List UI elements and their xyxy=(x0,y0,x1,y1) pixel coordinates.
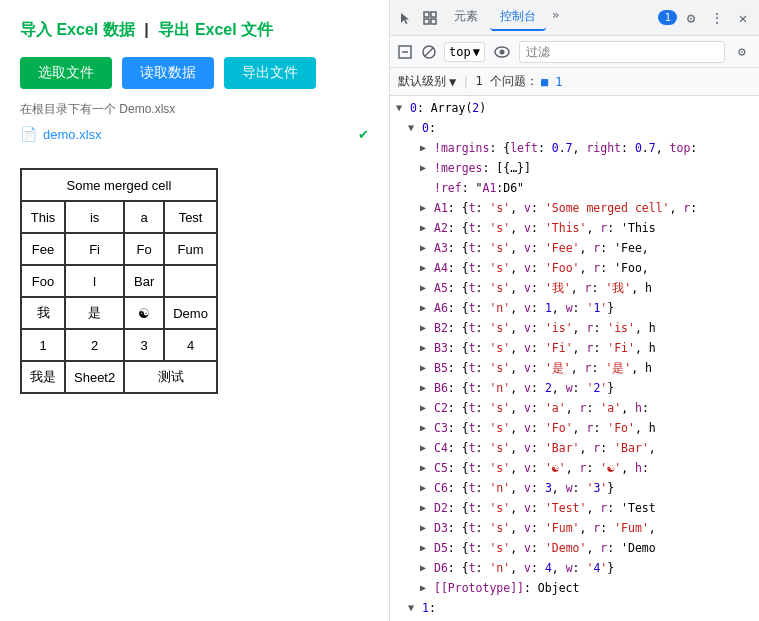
console-text: !merges: [{…}] xyxy=(434,161,531,175)
check-icon: ✔ xyxy=(358,127,369,142)
devtools-topbar: 元素 控制台 » 1 ⚙ ⋮ ✕ xyxy=(390,0,759,36)
console-text: C6: {t: 'n', v: 3, w: '3'} xyxy=(434,481,614,495)
console-text: A2: {t: 's', v: 'This', r: 'This xyxy=(434,221,656,235)
export-file-button[interactable]: 导出文件 xyxy=(224,57,316,89)
table-row: Foo I Bar xyxy=(21,265,217,297)
log-level-label: 默认级别 xyxy=(398,73,446,90)
toggle-arrow[interactable]: ▶ xyxy=(420,219,426,237)
console-line: ▶A3: {t: 's', v: 'Fee', r: 'Fee, xyxy=(390,238,759,258)
console-line: ▶!merges: [{…}] xyxy=(390,158,759,178)
more-icon[interactable]: ⋮ xyxy=(707,8,727,28)
console-line: ▶B5: {t: 's', v: '是', r: '是', h xyxy=(390,358,759,378)
svg-line-7 xyxy=(425,47,434,56)
toggle-arrow[interactable]: ▶ xyxy=(420,539,426,557)
table-row: 1 2 3 4 xyxy=(21,329,217,361)
console-line: ▶!margins: {left: 0.7, right: 0.7, top: xyxy=(390,138,759,158)
read-data-button[interactable]: 读取数据 xyxy=(122,57,214,89)
devtools-console[interactable]: ▼0: Array(2)▼0:▶!margins: {left: 0.7, ri… xyxy=(390,96,759,621)
settings-icon[interactable]: ⚙ xyxy=(681,8,701,28)
table-cell: Sheet2 xyxy=(65,361,124,393)
console-line: ▶[[Prototype]]: Object xyxy=(390,578,759,598)
console-line: ▶A6: {t: 'n', v: 1, w: '1'} xyxy=(390,298,759,318)
console-line: ▶D6: {t: 'n', v: 4, w: '4'} xyxy=(390,558,759,578)
toggle-arrow[interactable]: ▶ xyxy=(420,319,426,337)
inspect-icon[interactable] xyxy=(420,8,440,28)
toggle-arrow[interactable]: ▼ xyxy=(396,99,402,117)
table-row: 我是 Sheet2 测试 xyxy=(21,361,217,393)
table-cell xyxy=(164,265,217,297)
table-cell: Some merged cell xyxy=(21,169,217,201)
table-cell: 3 xyxy=(124,329,164,361)
issues-badge: 1 xyxy=(658,10,677,25)
table-cell: Fi xyxy=(65,233,124,265)
toggle-arrow[interactable]: ▶ xyxy=(420,379,426,397)
back-icon[interactable] xyxy=(396,43,414,61)
toggle-arrow[interactable]: ▶ xyxy=(420,339,426,357)
table-cell: ☯ xyxy=(124,297,164,329)
table-cell: Fo xyxy=(124,233,164,265)
close-icon[interactable]: ✕ xyxy=(733,8,753,28)
issues-count-badge: ■ 1 xyxy=(541,75,563,89)
toggle-arrow[interactable]: ▶ xyxy=(420,439,426,457)
console-text: B6: {t: 'n', v: 2, w: '2'} xyxy=(434,381,614,395)
tab-console[interactable]: 控制台 xyxy=(490,4,546,31)
top-selector[interactable]: top ▼ xyxy=(444,42,485,62)
toggle-arrow[interactable]: ▶ xyxy=(420,359,426,377)
svg-rect-2 xyxy=(424,19,429,24)
table-cell: Fum xyxy=(164,233,217,265)
devtools-toolbar3: 默认级别 ▼ | 1 个问题： ■ 1 xyxy=(390,68,759,96)
toggle-arrow[interactable]: ▶ xyxy=(420,559,426,577)
import-link[interactable]: 导入 Excel 数据 xyxy=(20,21,135,38)
eye-icon[interactable] xyxy=(491,41,513,63)
file-item: 📄 demo.xlsx ✔ xyxy=(20,126,369,142)
toggle-arrow[interactable]: ▼ xyxy=(408,599,414,617)
page-header: 导入 Excel 数据 | 导出 Excel 文件 xyxy=(20,20,369,41)
console-line: ▶C5: {t: 's', v: '☯', r: '☯', h: xyxy=(390,458,759,478)
devtools-toolbar2: top ▼ ⚙ xyxy=(390,36,759,68)
table-cell: Test xyxy=(164,201,217,233)
file-hint: 在根目录下有一个 Demo.xlsx xyxy=(20,101,369,118)
toggle-arrow[interactable]: ▶ xyxy=(420,479,426,497)
console-line: ▶A2: {t: 's', v: 'This', r: 'This xyxy=(390,218,759,238)
toggle-arrow[interactable]: ▶ xyxy=(420,519,426,537)
toggle-arrow[interactable]: ▶ xyxy=(420,419,426,437)
console-line: ▶A1: {t: 's', v: 'Some merged cell', r: xyxy=(390,198,759,218)
console-line: ▼0: xyxy=(390,118,759,138)
toggle-arrow[interactable]: ▶ xyxy=(420,279,426,297)
console-text: !margins: {left: 0.7, right: 0.7, top: xyxy=(434,141,697,155)
export-link[interactable]: 导出 Excel 文件 xyxy=(158,21,273,38)
table-row: Fee Fi Fo Fum xyxy=(21,233,217,265)
toggle-arrow[interactable]: ▶ xyxy=(420,459,426,477)
table-cell: This xyxy=(21,201,65,233)
devtools-action-icons: ⚙ ⋮ ✕ xyxy=(681,8,753,28)
filter-gear-icon[interactable]: ⚙ xyxy=(731,41,753,63)
svg-rect-1 xyxy=(431,12,436,17)
toggle-arrow[interactable]: ▼ xyxy=(408,119,414,137)
toggle-arrow[interactable]: ▶ xyxy=(420,159,426,177)
console-text: 0: xyxy=(422,121,436,135)
block-icon[interactable] xyxy=(420,43,438,61)
console-text: B5: {t: 's', v: '是', r: '是', h xyxy=(434,361,652,375)
toggle-arrow[interactable]: ▶ xyxy=(420,239,426,257)
toggle-arrow[interactable]: ▶ xyxy=(420,199,426,217)
log-level-arrow: ▼ xyxy=(449,75,456,89)
tab-more[interactable]: » xyxy=(548,4,563,31)
log-level-selector[interactable]: 默认级别 ▼ xyxy=(398,73,456,90)
cursor-icon[interactable] xyxy=(396,8,416,28)
tab-elements[interactable]: 元素 xyxy=(444,4,488,31)
toggle-arrow[interactable]: ▶ xyxy=(420,399,426,417)
devtools-panel: 元素 控制台 » 1 ⚙ ⋮ ✕ top ▼ ⚙ 默认级别 ▼ xyxy=(390,0,759,621)
toggle-arrow[interactable]: ▶ xyxy=(420,579,426,597)
console-line: !ref: "A1:D6" xyxy=(390,178,759,198)
toggle-arrow[interactable]: ▶ xyxy=(420,299,426,317)
svg-rect-3 xyxy=(431,19,436,24)
toggle-arrow[interactable]: ▶ xyxy=(420,259,426,277)
devtools-tabs: 元素 控制台 » xyxy=(444,4,654,31)
toggle-arrow[interactable]: ▶ xyxy=(420,139,426,157)
filter-input[interactable] xyxy=(519,41,725,63)
console-text: C3: {t: 's', v: 'Fo', r: 'Fo', h xyxy=(434,421,656,435)
select-file-button[interactable]: 选取文件 xyxy=(20,57,112,89)
console-line: ▶A4: {t: 's', v: 'Foo', r: 'Foo, xyxy=(390,258,759,278)
toggle-arrow[interactable]: ▶ xyxy=(420,499,426,517)
console-line: ▼1: xyxy=(390,598,759,618)
